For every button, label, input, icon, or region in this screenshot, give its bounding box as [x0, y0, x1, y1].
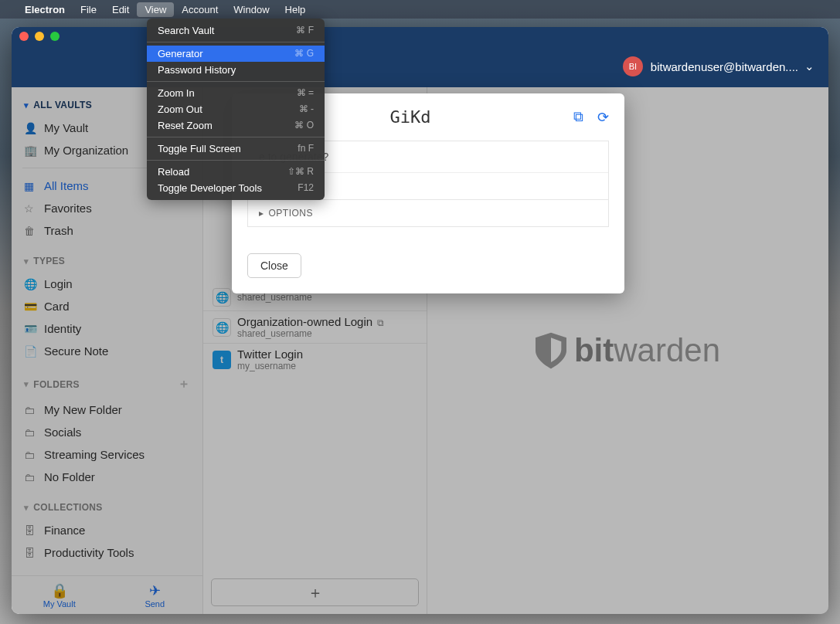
menu-item-label: Reload: [158, 166, 189, 178]
menu-help[interactable]: Help: [277, 2, 314, 17]
menu-item-search-vault[interactable]: Search Vault⌘ F: [147, 22, 325, 39]
close-window-icon[interactable]: [19, 32, 29, 41]
avatar[interactable]: BI: [623, 56, 643, 76]
menu-view[interactable]: View: [137, 2, 174, 17]
menu-item-shortcut: ⌘ G: [294, 48, 314, 59]
menu-item-shortcut: ⌘ O: [294, 120, 314, 131]
copy-icon[interactable]: ⧉: [573, 109, 583, 126]
close-button[interactable]: Close: [247, 253, 301, 278]
app-window: BI bitwardenuser@bitwarden.... ⌄ ▾ ALL V…: [12, 27, 828, 614]
menu-item-toggle-developer-tools[interactable]: Toggle Developer ToolsF12: [147, 180, 325, 196]
app-header: BI bitwardenuser@bitwarden.... ⌄: [12, 46, 828, 87]
menu-item-label: Toggle Full Screen: [158, 143, 241, 154]
menu-item-label: Password History: [158, 64, 236, 76]
menu-electron[interactable]: Electron: [17, 2, 73, 17]
menu-item-label: Zoom In: [158, 87, 195, 99]
menu-item-label: Search Vault: [158, 25, 214, 36]
menu-edit[interactable]: Edit: [104, 2, 137, 17]
zoom-window-icon[interactable]: [50, 32, 60, 41]
menu-item-password-history[interactable]: Password History: [147, 62, 325, 78]
regenerate-icon[interactable]: ⟳: [597, 109, 609, 126]
menu-item-reset-zoom[interactable]: Reset Zoom⌘ O: [147, 117, 325, 134]
menu-item-shortcut: ⌘ F: [296, 25, 314, 36]
options-label: OPTIONS: [269, 208, 314, 219]
menu-item-zoom-out[interactable]: Zoom Out⌘ -: [147, 101, 325, 117]
menu-item-shortcut: F12: [298, 182, 314, 194]
menu-item-shortcut: ⌘ =: [297, 87, 314, 99]
chevron-right-icon: ▸: [259, 208, 264, 219]
options-toggle[interactable]: ▸ OPTIONS: [247, 200, 609, 227]
window-controls: [19, 32, 60, 41]
macos-menubar: Electron File Edit View Account Window H…: [0, 0, 840, 19]
chevron-down-icon[interactable]: ⌄: [804, 59, 814, 73]
menu-item-label: Reset Zoom: [158, 120, 213, 131]
menu-item-generator[interactable]: Generator⌘ G: [147, 46, 325, 62]
menu-item-shortcut: ⌘ -: [299, 103, 314, 115]
menu-item-zoom-in[interactable]: Zoom In⌘ =: [147, 85, 325, 101]
menu-item-label: Toggle Developer Tools: [158, 182, 262, 194]
menu-window[interactable]: Window: [226, 2, 277, 17]
menu-account[interactable]: Account: [174, 2, 226, 17]
account-email[interactable]: bitwardenuser@bitwarden....: [651, 60, 798, 73]
menu-item-shortcut: fn F: [298, 143, 314, 154]
menu-file[interactable]: File: [73, 2, 104, 17]
menu-item-label: Zoom Out: [158, 103, 202, 115]
menu-item-label: Generator: [158, 48, 203, 59]
minimize-window-icon[interactable]: [35, 32, 44, 41]
menu-item-toggle-full-screen[interactable]: Toggle Full Screenfn F: [147, 141, 325, 157]
menu-item-shortcut: ⇧⌘ R: [287, 166, 314, 178]
titlebar: [12, 27, 828, 46]
menu-item-reload[interactable]: Reload⇧⌘ R: [147, 164, 325, 180]
view-menu-dropdown: Search Vault⌘ FGenerator⌘ GPassword Hist…: [147, 19, 325, 200]
